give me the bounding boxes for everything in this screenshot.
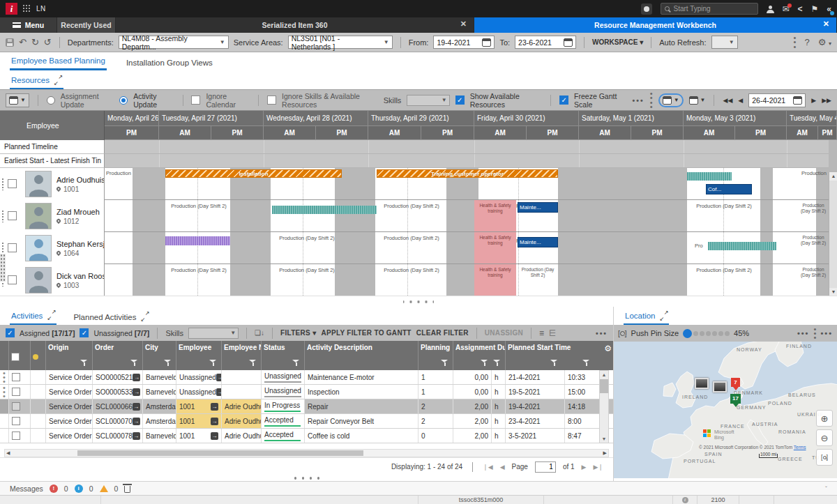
- scroll-down-icon[interactable]: ▼: [600, 435, 608, 443]
- row-drag-handle[interactable]: •••: [3, 385, 6, 398]
- table-row-selected[interactable]: Service Order SCL000066→ Amsterdam 1001→…: [0, 399, 613, 414]
- filter-icon[interactable]: [164, 360, 172, 366]
- select-all-checkbox[interactable]: [11, 353, 20, 361]
- open-reference-icon[interactable]: →: [211, 403, 218, 411]
- open-reference-icon[interactable]: →: [133, 388, 140, 396]
- row-drag-handle[interactable]: [1, 210, 4, 222]
- prev-page-icon[interactable]: ◀: [500, 464, 505, 471]
- resize-panel-icon[interactable]: [142, 313, 149, 321]
- gantt-bar-training[interactable]: Training customer operator: [377, 169, 558, 178]
- ignore-skills-checkbox[interactable]: [267, 96, 276, 105]
- refresh-icon[interactable]: ↻: [31, 38, 39, 47]
- tab-serialized-item-360[interactable]: Serialized Item 360 ✕: [116, 17, 474, 33]
- filter-icon[interactable]: [441, 360, 448, 366]
- scroll-up-icon[interactable]: ▲: [829, 172, 837, 181]
- overflow-menu-icon[interactable]: •••: [793, 36, 796, 48]
- filters-button[interactable]: FILTERS ▾: [280, 329, 316, 337]
- calendar-icon[interactable]: [793, 96, 802, 105]
- scheduled-view-button[interactable]: ▼: [689, 96, 706, 105]
- col-order[interactable]: Order: [93, 341, 143, 370]
- infor-logo[interactable]: i: [6, 3, 17, 15]
- unassigned-checkbox[interactable]: [80, 328, 89, 337]
- row-drag-handle[interactable]: •••: [3, 371, 6, 383]
- overflow-menu-icon[interactable]: •••: [633, 96, 644, 105]
- collapse-messages-icon[interactable]: ˇ: [825, 485, 827, 492]
- gantt-bar-coffee[interactable]: Cof...: [706, 184, 752, 194]
- scroll-down-icon[interactable]: ▼: [829, 288, 837, 296]
- recently-used-button[interactable]: Recently Used: [57, 17, 116, 33]
- tab-resources[interactable]: Resources: [10, 73, 63, 89]
- open-reference-icon[interactable]: →: [211, 432, 218, 440]
- filter-icon[interactable]: [493, 360, 501, 366]
- close-tab-icon[interactable]: ✕: [823, 20, 829, 29]
- workspace-button[interactable]: WORKSPACE ▾: [592, 38, 643, 46]
- tab-installation-group-views[interactable]: Installation Group Views: [125, 55, 214, 70]
- undo-icon[interactable]: ↶: [19, 38, 27, 47]
- open-reference-icon[interactable]: →: [133, 374, 140, 381]
- assignment-update-radio[interactable]: [47, 96, 55, 105]
- zoom-in-button[interactable]: ⊕: [816, 410, 833, 427]
- row-checkbox[interactable]: [12, 432, 20, 440]
- user-icon[interactable]: [767, 6, 774, 13]
- gantt-bar-maintenance[interactable]: Mainte...: [518, 237, 558, 247]
- app-grid-icon[interactable]: [23, 5, 31, 13]
- global-search-input[interactable]: Start Typing: [661, 3, 758, 15]
- overflow-menu-icon[interactable]: •••: [797, 329, 810, 337]
- status-info-icon[interactable]: i: [673, 496, 698, 504]
- table-row[interactable]: Service Order SCL000070→ Amsterdam 1001→…: [0, 414, 613, 429]
- auto-refresh-select[interactable]: ▼: [711, 36, 738, 49]
- col-planning[interactable]: Planning: [418, 341, 453, 370]
- open-reference-icon[interactable]: →: [133, 432, 140, 440]
- gantt-view-select[interactable]: ▼: [6, 93, 29, 107]
- resize-panel-icon[interactable]: [47, 312, 55, 319]
- tree-view-icon[interactable]: ⋿: [549, 328, 556, 338]
- open-reference-icon[interactable]: →: [216, 374, 222, 381]
- row-checkbox[interactable]: [12, 402, 20, 411]
- row-checkbox[interactable]: [12, 373, 20, 381]
- open-reference-icon[interactable]: →: [211, 418, 218, 425]
- help-icon[interactable]: ?: [804, 37, 809, 47]
- zoom-out-button[interactable]: ⊖: [816, 429, 833, 446]
- first-page-icon[interactable]: ❘◀: [483, 464, 492, 471]
- clear-messages-icon[interactable]: [124, 486, 130, 493]
- overflow-menu-icon[interactable]: •••: [596, 329, 608, 337]
- last-page-icon[interactable]: ▶❘: [594, 464, 603, 471]
- filter-icon[interactable]: [249, 360, 257, 366]
- calendar-icon[interactable]: [564, 38, 573, 47]
- tab-resource-management-workbench[interactable]: Resource Management Workbench ✕: [474, 17, 837, 33]
- map-cluster-pin-green[interactable]: 17: [730, 394, 741, 404]
- map-cluster-pin-red[interactable]: 7: [731, 378, 740, 387]
- resize-panel-icon[interactable]: [660, 312, 668, 320]
- gantt-bar-production[interactable]: [687, 172, 732, 181]
- share-icon[interactable]: <: [798, 5, 803, 13]
- col-employee[interactable]: Employee: [176, 341, 222, 370]
- apply-filter-to-gantt-button[interactable]: APPLY FILTER TO GANTT: [321, 329, 411, 337]
- clear-filter-button[interactable]: CLEAR FILTER: [416, 329, 469, 337]
- filter-icon[interactable]: [80, 360, 88, 366]
- tab-planned-activities[interactable]: Planned Activities: [72, 310, 150, 325]
- row-checkbox[interactable]: [8, 179, 17, 188]
- drag-handle-icon[interactable]: •••: [813, 327, 816, 339]
- gantt-block-hs-training[interactable]: Health & Safety training: [474, 264, 516, 296]
- to-date-input[interactable]: 23-6-2021: [515, 36, 576, 49]
- gantt-date-input[interactable]: 26-4-2021: [748, 93, 806, 107]
- col-employee-name[interactable]: Employee Nam: [222, 341, 262, 370]
- row-checkbox[interactable]: [8, 275, 17, 284]
- sync-icon[interactable]: ↺: [44, 38, 52, 47]
- gantt-bar-production[interactable]: [272, 206, 377, 214]
- departments-select[interactable]: NL4M08 - Assembly Departm...▼: [119, 36, 229, 49]
- row-checkbox[interactable]: [8, 211, 17, 220]
- filter-icon[interactable]: [130, 360, 138, 366]
- map-photo-pin[interactable]: [695, 378, 709, 389]
- horizontal-splitter[interactable]: [0, 296, 837, 307]
- table-row[interactable]: ••• Service Order SO0000533→ Barneveld U…: [0, 385, 613, 399]
- resize-panel-icon[interactable]: [54, 77, 62, 84]
- scroll-left-icon[interactable]: ◀: [6, 450, 10, 457]
- gantt-block-hs-training[interactable]: Health & Safety training: [474, 232, 516, 264]
- tab-employee-based-planning[interactable]: Employee Based Planning: [10, 53, 107, 70]
- col-activity-description[interactable]: Activity Description: [305, 341, 418, 370]
- table-horizontal-scrollbar[interactable]: ◀ ▶: [4, 449, 609, 457]
- map-search-button[interactable]: []: [816, 449, 833, 466]
- freeze-gantt-checkbox[interactable]: [559, 96, 568, 105]
- skills-select[interactable]: ▼: [407, 95, 449, 106]
